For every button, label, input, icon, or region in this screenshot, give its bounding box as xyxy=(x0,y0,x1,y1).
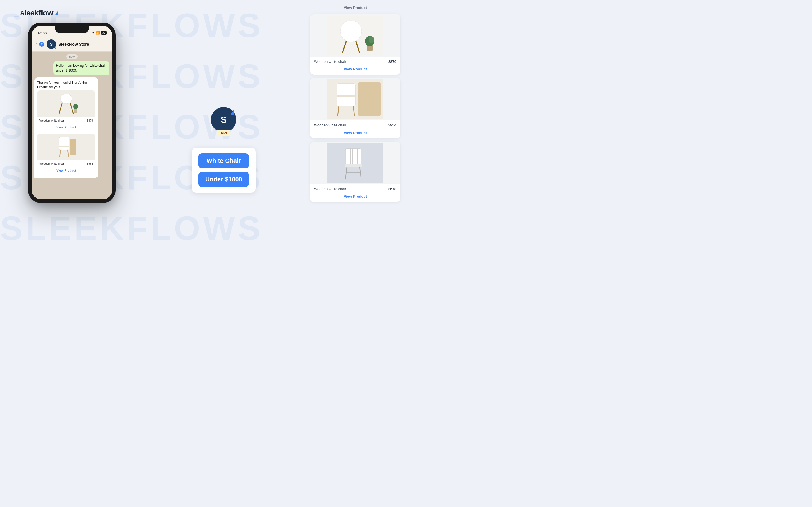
product-card-1: Wodden white chair $870 View Product xyxy=(37,91,95,132)
right-card-info-3: Wodden white chair $678 xyxy=(310,184,400,193)
svg-line-8 xyxy=(68,150,68,157)
product-info-1: Wodden white chair $870 xyxy=(37,117,95,124)
phone-mockup: 12:33 ✈ 📶 27 ‹ 2 S SleekFlow Store n xyxy=(28,22,116,203)
user-message-bubble: Hello! I am looking for white chair unde… xyxy=(53,61,110,75)
svg-line-7 xyxy=(60,150,61,157)
phone-notch xyxy=(55,26,89,33)
logo-text: sleekflow xyxy=(20,8,53,17)
phone-time: 12:33 xyxy=(37,31,47,35)
right-top-label: View Product xyxy=(310,6,400,11)
api-tag-white-chair: White Chair xyxy=(199,153,249,168)
svg-point-20 xyxy=(368,36,374,43)
logo: _ sleekflow xyxy=(14,8,58,17)
right-card-price-2: $954 xyxy=(388,123,396,127)
svg-rect-9 xyxy=(70,138,76,156)
svg-rect-22 xyxy=(358,82,380,116)
api-badge: API xyxy=(217,129,231,136)
right-card-3: Wodden white chair $678 View Product xyxy=(310,142,400,202)
bot-reply-text: Thanks for your Inquiry! Here's the Prod… xyxy=(37,81,87,89)
api-section: S API White Chair Under $1000 xyxy=(192,107,256,193)
product-image-2 xyxy=(37,133,95,160)
right-card-img-1 xyxy=(310,14,400,57)
svg-rect-24 xyxy=(337,95,355,97)
product-name-1: Wodden white chair xyxy=(40,119,64,123)
right-products-section: View Product Wodden white chai xyxy=(310,6,400,202)
svg-rect-5 xyxy=(59,137,69,150)
svg-line-1 xyxy=(59,104,62,114)
svg-line-2 xyxy=(70,104,73,114)
status-icons: ✈ 📶 27 xyxy=(92,31,107,35)
svg-rect-0 xyxy=(61,94,72,104)
right-card-img-3 xyxy=(310,142,400,184)
chat-area[interactable]: now Hello! I am looking for white chair … xyxy=(32,52,112,191)
right-chair-illustration-3 xyxy=(310,142,400,184)
logo-triangle-icon xyxy=(55,11,58,15)
message-count-badge: 2 xyxy=(39,42,44,47)
avatar-triangle-icon xyxy=(54,47,56,49)
contact-name: SleekFlow Store xyxy=(58,42,89,47)
phone-screen: 12:33 ✈ 📶 27 ‹ 2 S SleekFlow Store n xyxy=(32,26,112,200)
wifi-icon: 📶 xyxy=(96,31,100,35)
svg-rect-34 xyxy=(345,164,362,167)
view-product-btn-1[interactable]: View Product xyxy=(37,124,95,132)
right-card-name-2: Wodden white chair xyxy=(314,123,346,127)
right-card-img-2 xyxy=(310,78,400,120)
product-card-2: Wodden white chair $954 View Product xyxy=(37,133,95,175)
product-price-2: $954 xyxy=(87,162,93,166)
api-avatar-letter: S xyxy=(221,115,227,125)
right-chair-illustration-1 xyxy=(310,14,400,57)
right-card-1: Wodden white chair $870 View Product xyxy=(310,14,400,75)
phone-frame: 12:33 ✈ 📶 27 ‹ 2 S SleekFlow Store n xyxy=(28,22,116,203)
right-card-name-3: Wodden white chair xyxy=(314,187,346,191)
battery-indicator: 27 xyxy=(101,31,107,35)
chair-illustration-2 xyxy=(37,133,95,160)
api-card: White Chair Under $1000 xyxy=(192,148,256,193)
back-button-icon[interactable]: ‹ xyxy=(36,42,37,47)
right-view-btn-1[interactable]: View Product xyxy=(310,65,400,75)
right-card-price-3: $678 xyxy=(388,187,396,191)
bot-reply-bubble: Thanks for your Inquiry! Here's the Prod… xyxy=(35,77,98,178)
svg-point-4 xyxy=(73,104,78,109)
product-image-1 xyxy=(37,91,95,117)
chat-timestamp: now xyxy=(66,54,78,59)
chair-illustration-1 xyxy=(37,91,95,117)
right-card-name-1: Wodden white chair xyxy=(314,59,346,64)
right-card-price-1: $870 xyxy=(388,59,396,64)
whatsapp-header: ‹ 2 S SleekFlow Store xyxy=(32,37,112,52)
header: _ sleekflow xyxy=(14,8,58,17)
right-view-btn-2[interactable]: View Product xyxy=(310,129,400,138)
svg-rect-6 xyxy=(59,146,69,147)
product-name-2: Wodden white chair xyxy=(40,162,64,166)
api-avatar-triangle-icon xyxy=(230,109,234,115)
right-card-2: Wodden white chair $954 View Product xyxy=(310,78,400,138)
right-card-info-1: Wodden white chair $870 xyxy=(310,57,400,65)
right-view-btn-3[interactable]: View Product xyxy=(310,193,400,202)
product-price-1: $870 xyxy=(87,119,93,123)
avatar-letter: S xyxy=(50,42,53,47)
airplane-icon: ✈ xyxy=(92,31,94,35)
svg-point-15 xyxy=(340,20,362,42)
view-product-btn-2[interactable]: View Product xyxy=(37,167,95,175)
api-avatar: S API xyxy=(211,107,236,132)
contact-avatar: S xyxy=(47,40,56,49)
right-chair-illustration-2 xyxy=(310,78,400,120)
product-info-2: Wodden white chair $954 xyxy=(37,160,95,167)
api-tag-under-1000: Under $1000 xyxy=(199,172,249,187)
right-card-info-2: Wodden white chair $954 xyxy=(310,120,400,129)
